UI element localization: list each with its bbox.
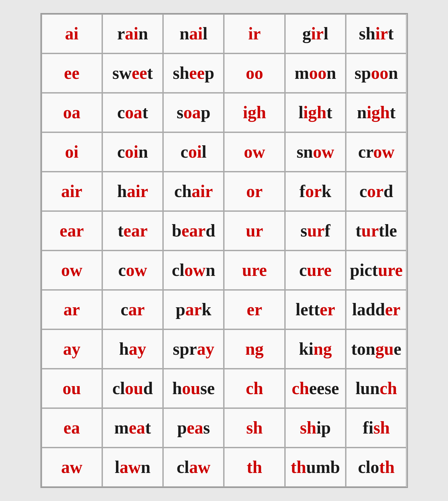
cell-r5-c5: turtle	[346, 211, 407, 251]
digraph-label: oa	[63, 103, 81, 122]
word-label: cow	[118, 261, 147, 280]
cell-r8-c0: ay	[41, 329, 102, 369]
cell-r6-c0: ow	[41, 251, 102, 290]
cell-r8-c2: spray	[163, 329, 224, 369]
word-label: lunch	[355, 379, 397, 398]
word-label: picture	[350, 261, 403, 280]
word-label: ship	[300, 418, 331, 437]
digraph-label: oi	[65, 142, 78, 161]
word-label: ladder	[352, 300, 400, 319]
cell-r5-c0: ear	[41, 211, 102, 251]
word-label: cure	[299, 261, 331, 280]
digraph-label: ow	[244, 142, 265, 161]
cell-r2-c5: night	[346, 93, 407, 132]
word-label: sweet	[112, 63, 153, 82]
cell-r0-c2: nail	[163, 14, 224, 53]
word-label: claw	[177, 458, 210, 477]
cell-r1-c3: oo	[224, 53, 285, 93]
cell-r0-c3: ir	[224, 14, 285, 53]
cell-r6-c4: cure	[285, 251, 346, 290]
cell-r3-c4: snow	[285, 132, 346, 172]
word-label: nail	[179, 24, 207, 43]
digraph-label: ee	[64, 63, 80, 82]
word-label: soap	[177, 103, 210, 122]
cell-r6-c1: cow	[102, 251, 163, 290]
cell-r11-c0: aw	[41, 448, 102, 487]
cell-r3-c3: ow	[224, 132, 285, 172]
phonics-grid: airainnailirgirlshirteesweetsheepoomoons…	[40, 13, 408, 488]
word-label: coat	[117, 103, 148, 122]
word-label: beard	[172, 221, 215, 240]
cell-r7-c0: ar	[41, 290, 102, 329]
digraph-label: ng	[245, 339, 264, 358]
word-label: shirt	[359, 24, 394, 43]
cell-r0-c4: girl	[285, 14, 346, 53]
cell-r8-c1: hay	[102, 329, 163, 369]
cell-r3-c0: oi	[41, 132, 102, 172]
cell-r2-c1: coat	[102, 93, 163, 132]
word-label: coil	[180, 142, 206, 161]
digraph-label: ch	[246, 379, 263, 398]
digraph-label: ure	[242, 261, 267, 280]
digraph-label: ou	[62, 379, 81, 398]
word-label: moon	[295, 63, 336, 82]
cell-r10-c1: meat	[102, 408, 163, 448]
word-label: tongue	[351, 339, 401, 358]
word-label: car	[121, 300, 145, 319]
word-label: sheep	[173, 63, 214, 82]
word-label: king	[299, 339, 332, 358]
digraph-label: air	[61, 182, 83, 201]
word-label: spoon	[354, 63, 398, 82]
cell-r1-c2: sheep	[163, 53, 224, 93]
cell-r8-c5: tongue	[346, 329, 407, 369]
digraph-label: th	[247, 458, 262, 477]
cell-r10-c2: peas	[163, 408, 224, 448]
cell-r3-c2: coil	[163, 132, 224, 172]
cell-r11-c4: thumb	[285, 448, 346, 487]
digraph-label: igh	[243, 103, 266, 122]
cell-r3-c5: crow	[346, 132, 407, 172]
cell-r9-c3: ch	[224, 369, 285, 408]
cell-r9-c1: cloud	[102, 369, 163, 408]
cell-r6-c2: clown	[163, 251, 224, 290]
cell-r4-c4: fork	[285, 172, 346, 211]
cell-r9-c4: cheese	[285, 369, 346, 408]
cell-r2-c2: soap	[163, 93, 224, 132]
word-label: peas	[177, 418, 210, 437]
word-label: coin	[117, 142, 148, 161]
cell-r0-c5: shirt	[346, 14, 407, 53]
word-label: park	[176, 300, 211, 319]
word-label: chair	[174, 182, 213, 201]
word-label: thumb	[291, 458, 340, 477]
cell-r11-c1: lawn	[102, 448, 163, 487]
digraph-label: ir	[248, 24, 261, 43]
cell-r4-c0: air	[41, 172, 102, 211]
word-label: cloud	[112, 379, 153, 398]
cell-r4-c5: cord	[346, 172, 407, 211]
word-label: fish	[363, 418, 390, 437]
digraph-label: ai	[65, 24, 78, 43]
digraph-label: ay	[63, 339, 81, 358]
cell-r7-c4: letter	[285, 290, 346, 329]
cell-r1-c5: spoon	[346, 53, 407, 93]
cell-r2-c4: light	[285, 93, 346, 132]
digraph-label: er	[247, 300, 262, 319]
cell-r9-c0: ou	[41, 369, 102, 408]
digraph-label: ear	[60, 221, 84, 240]
word-label: night	[357, 103, 396, 122]
word-label: light	[298, 103, 332, 122]
word-label: clown	[172, 261, 215, 280]
digraph-label: oo	[246, 63, 263, 82]
digraph-label: or	[246, 182, 263, 201]
cell-r11-c5: cloth	[346, 448, 407, 487]
cell-r8-c4: king	[285, 329, 346, 369]
cell-r2-c3: igh	[224, 93, 285, 132]
word-label: snow	[297, 142, 334, 161]
word-label: turtle	[355, 221, 397, 240]
cell-r9-c5: lunch	[346, 369, 407, 408]
word-label: letter	[296, 300, 335, 319]
cell-r10-c4: ship	[285, 408, 346, 448]
cell-r6-c3: ure	[224, 251, 285, 290]
cell-r9-c2: house	[163, 369, 224, 408]
digraph-label: ow	[61, 261, 83, 280]
